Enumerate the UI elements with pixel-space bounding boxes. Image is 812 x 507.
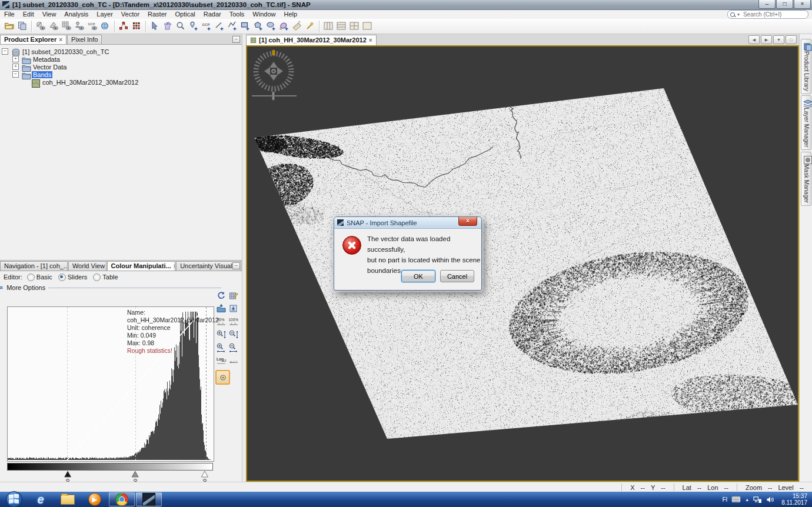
polygon-tool-button[interactable] (252, 20, 265, 33)
clock[interactable]: 15:37 8.11.2017 (779, 493, 807, 506)
maximize-button[interactable]: □ (776, 0, 793, 9)
editor-mode-basic[interactable]: Basic (27, 273, 52, 281)
prev-document-button[interactable]: ◀ (748, 35, 760, 44)
tree-row[interactable]: −Bands (2, 71, 242, 78)
tree-expander-icon[interactable]: + (12, 56, 19, 62)
colour-tab-2[interactable]: Colour Manipulati...× (107, 261, 176, 271)
menu-edit[interactable]: Edit (19, 10, 38, 19)
next-document-button[interactable]: ▶ (761, 35, 772, 44)
log10-button[interactable]: Log10 (215, 356, 227, 366)
tool-window-tab-layer-manager[interactable]: Layer Manager (801, 95, 811, 150)
tree-node-label[interactable]: [1] subset_20120330_coh_TC (21, 48, 110, 55)
colour-tab-3[interactable]: Uncertainty Visualis... (176, 261, 241, 271)
menu-window[interactable]: Window (248, 10, 279, 19)
radio-icon[interactable] (27, 273, 35, 281)
graph-tool-button[interactable] (117, 20, 130, 33)
palette-button[interactable] (228, 291, 239, 302)
menu-analysis[interactable]: Analysis (60, 10, 92, 19)
maximize-document-button[interactable]: □ (786, 35, 797, 44)
gradient-slider-handle[interactable] (132, 471, 138, 477)
minimize-panel-button[interactable]: – (232, 262, 240, 269)
image-view-tab[interactable]: [1] coh_HH_30Mar2012_30Mar2012 × (246, 35, 377, 45)
menu-radar[interactable]: Radar (199, 10, 225, 19)
flip-tool-button[interactable] (47, 20, 60, 33)
layout-grid-tool-button[interactable] (348, 20, 361, 33)
tree-row[interactable]: −[1] subset_20120330_coh_TC (2, 48, 242, 55)
gcp-add-tool-button[interactable]: GCP (200, 20, 213, 33)
zoom-out-h-button[interactable] (228, 343, 239, 353)
globe-tool-button[interactable] (99, 20, 112, 33)
pan-tool-button[interactable] (161, 20, 174, 33)
tree-node-label[interactable]: coh_HH_30Mar2012_30Mar2012 (41, 79, 139, 86)
menu-view[interactable]: View (38, 10, 61, 19)
colour-gradient-bar[interactable] (7, 463, 213, 471)
tree-row[interactable]: +Metadata (2, 55, 242, 63)
menu-file[interactable]: File (0, 10, 19, 19)
polyline-tool-button[interactable] (226, 20, 239, 33)
rectangle-tool-button[interactable] (239, 20, 252, 33)
tray-expand-icon[interactable]: ▲ (745, 498, 749, 502)
grid-eye-tool-button[interactable] (60, 20, 73, 33)
tree-row[interactable]: coh_HH_30Mar2012_30Mar2012 (2, 78, 242, 86)
taskbar-ie-app[interactable]: e (28, 492, 54, 506)
tree-node-label[interactable]: Bands (32, 71, 52, 78)
open-tool-button[interactable] (3, 20, 16, 33)
radio-icon[interactable] (58, 273, 66, 281)
menu-layer[interactable]: Layer (92, 10, 117, 19)
taskbar-snap-app[interactable] (136, 492, 162, 506)
minimize-panel-button[interactable]: – (232, 36, 240, 43)
measure-tool-button[interactable]: ? (291, 20, 304, 33)
close-icon[interactable]: × (369, 38, 372, 44)
no-data-colour-button[interactable] (215, 370, 230, 385)
tree-row[interactable]: +Vector Data (2, 63, 242, 71)
ellipse-tool-button[interactable] (265, 20, 278, 33)
more-options-row[interactable]: « More Options (0, 283, 235, 292)
line-tool-button[interactable] (213, 20, 226, 33)
close-icon[interactable]: × (174, 263, 176, 269)
zoom-tool-button[interactable] (174, 20, 187, 33)
language-indicator[interactable]: FI (722, 496, 727, 503)
zoom-in-v-button[interactable] (215, 330, 227, 341)
wand-tool-button[interactable] (304, 20, 317, 33)
pin-add-tool-button[interactable] (187, 20, 200, 33)
copy-tool-button[interactable] (16, 20, 29, 33)
search-box[interactable]: ▼ (727, 10, 808, 19)
menu-tools[interactable]: Tools (225, 10, 249, 19)
tree-expander-icon[interactable]: − (2, 48, 8, 55)
tree-expander-icon[interactable]: − (12, 71, 19, 78)
menu-vector[interactable]: Vector (117, 10, 144, 19)
layout-columns-tool-button[interactable] (322, 20, 335, 33)
gradient-sliders[interactable] (7, 471, 213, 478)
menu-optical[interactable]: Optical (171, 10, 199, 19)
search-input[interactable] (742, 11, 797, 18)
radio-icon[interactable] (93, 273, 101, 281)
taskbar-chrome-app[interactable] (109, 492, 135, 506)
tool-window-tab-product-library[interactable]: Product Library (801, 39, 811, 94)
image-view[interactable]: SNAP - Import Shapefile × The vector dat… (246, 45, 799, 482)
subset-tool-button[interactable] (34, 20, 47, 33)
volume-icon[interactable] (766, 496, 775, 503)
gradient-slider-handle[interactable] (201, 471, 208, 477)
tree-node-label[interactable]: Vector Data (32, 64, 68, 71)
taskbar-explorer-app[interactable] (55, 492, 81, 506)
explorer-tab-0[interactable]: Product Explorer× (0, 35, 66, 44)
network-icon[interactable] (753, 496, 762, 503)
keyboard-icon[interactable] (731, 496, 741, 503)
menu-raster[interactable]: Raster (144, 10, 171, 19)
shape-tool-button[interactable] (278, 20, 291, 33)
select-tool-button[interactable] (148, 20, 161, 33)
pct100-button[interactable]: 100% (228, 317, 239, 328)
pct95-button[interactable]: 95% (215, 317, 227, 328)
close-icon[interactable]: × (59, 37, 62, 43)
sar-image-canvas[interactable] (247, 46, 798, 481)
export-button[interactable] (228, 304, 239, 315)
colour-tab-1[interactable]: World View (68, 261, 107, 271)
pin-eye-tool-button[interactable] (73, 20, 86, 33)
tool-window-tab-mask-manager[interactable]: Mask Manager (801, 152, 811, 206)
taskbar-wmp-app[interactable]: ▶ (82, 492, 108, 506)
close-button[interactable]: × (794, 0, 811, 9)
zoom-in-h-button[interactable] (215, 343, 227, 353)
document-list-button[interactable]: ▼ (773, 35, 784, 44)
gradient-slider-handle[interactable] (65, 471, 71, 477)
tree-expander-icon[interactable]: + (12, 64, 19, 70)
